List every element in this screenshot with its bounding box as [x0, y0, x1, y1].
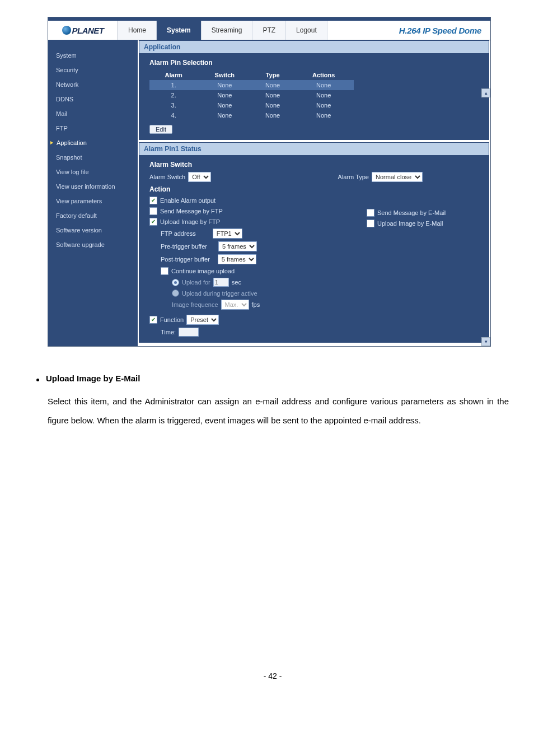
ftp-address-select[interactable]: FTP1 [213, 228, 242, 239]
sidebar-item-view-user-info[interactable]: View user information [48, 179, 138, 194]
upload-for-unit: sec [232, 279, 241, 286]
enable-alarm-output-checkbox[interactable]: ✔ [149, 197, 157, 204]
upload-for-input[interactable] [213, 278, 229, 287]
nav-tabs: Home System Streaming PTZ Logout [118, 21, 327, 40]
sidebar-item-software-upgrade[interactable]: Software upgrade [48, 237, 138, 252]
enable-alarm-output-label: Enable Alarm output [160, 197, 216, 204]
upload-for-radio[interactable] [172, 279, 179, 286]
col-alarm: Alarm [149, 70, 198, 80]
content-area: Application Alarm Pin Selection Alarm Sw… [138, 40, 490, 346]
tab-logout[interactable]: Logout [286, 21, 327, 40]
panel-application: Application Alarm Pin Selection Alarm Sw… [139, 40, 489, 140]
send-message-ftp-label: Send Message by FTP [160, 208, 223, 214]
logo-text: PLANET [72, 26, 104, 35]
upload-image-ftp-label: Upload Image by FTP [160, 218, 220, 225]
col-type: Type [251, 70, 294, 80]
upload-image-email-label: Upload Image by E-Mail [377, 220, 443, 227]
post-trigger-label: Post-trigger buffer [161, 256, 210, 263]
sidebar-item-ftp[interactable]: FTP [48, 121, 138, 136]
time-label: Time: [161, 329, 176, 335]
tab-ptz[interactable]: PTZ [252, 21, 286, 40]
image-frequence-label: Image frequence [172, 301, 218, 308]
time-input[interactable] [179, 328, 199, 337]
pre-trigger-label: Pre-trigger buffer [161, 243, 207, 250]
sidebar-item-snapshot[interactable]: Snapshot [48, 150, 138, 165]
post-trigger-select[interactable]: 5 frames [218, 254, 256, 264]
ftp-address-label: FTP address [161, 230, 196, 237]
pre-trigger-select[interactable]: 5 frames [218, 241, 257, 251]
sidebar-item-view-log[interactable]: View log file [48, 165, 138, 179]
upload-during-active-radio[interactable] [172, 290, 179, 297]
sidebar-item-factory-default[interactable]: Factory default [48, 208, 138, 223]
send-message-ftp-checkbox[interactable] [149, 207, 157, 215]
table-row[interactable]: 3.NoneNoneNone [149, 100, 354, 110]
alarm-type-label: Alarm Type [338, 174, 369, 180]
current-arrow-icon [50, 141, 53, 144]
table-row[interactable]: 1.NoneNoneNone [149, 80, 354, 90]
planet-icon [62, 26, 71, 35]
image-frequence-select[interactable]: Max. [221, 300, 249, 310]
continue-image-upload-checkbox[interactable] [161, 267, 168, 275]
panel-alarm-status: Alarm Pin1 Status Alarm Switch Alarm Swi… [139, 142, 489, 343]
document-text: Upload Image by E-Mail Select this item,… [36, 369, 509, 431]
bullet-heading: Upload Image by E-Mail [46, 369, 140, 389]
sidebar-item-security[interactable]: Security [48, 63, 138, 77]
tab-system[interactable]: System [157, 21, 202, 40]
brand-slogan: H.264 IP Speed Dome [327, 21, 490, 40]
page-number: - 42 - [36, 671, 509, 680]
function-checkbox[interactable]: ✔ [149, 316, 157, 324]
send-message-email-checkbox[interactable] [367, 209, 374, 217]
sidebar-item-mail[interactable]: Mail [48, 106, 138, 121]
sidebar-item-application[interactable]: Application [48, 136, 138, 150]
upload-during-active-label: Upload during trigger active [182, 290, 257, 297]
upload-for-label: Upload for [182, 279, 210, 286]
bullet-icon [36, 379, 39, 381]
panel-alarm-status-title: Alarm Pin1 Status [139, 143, 489, 155]
scroll-down-icon[interactable]: ▾ [481, 337, 490, 346]
sidebar-item-software-version[interactable]: Software version [48, 223, 138, 237]
action-heading: Action [149, 185, 479, 193]
app-window: PLANET Home System Streaming PTZ Logout … [48, 17, 491, 347]
col-actions: Actions [294, 70, 354, 80]
alarm-pin-selection-heading: Alarm Pin Selection [149, 59, 479, 67]
sidebar-item-ddns[interactable]: DDNS [48, 92, 138, 106]
panel-application-title: Application [139, 41, 489, 53]
function-select[interactable]: Preset [186, 315, 219, 325]
sidebar: System Security Network DDNS Mail FTP Ap… [48, 40, 138, 346]
scroll-up-icon[interactable]: ▴ [481, 88, 490, 97]
col-switch: Switch [198, 70, 251, 80]
image-frequence-unit: fps [252, 301, 260, 308]
alarm-table: Alarm Switch Type Actions 1.NoneNoneNone… [149, 70, 354, 120]
tab-streaming[interactable]: Streaming [202, 21, 253, 40]
edit-button[interactable]: Edit [149, 125, 172, 134]
alarm-switch-heading: Alarm Switch [149, 161, 479, 169]
function-label: Function [160, 316, 184, 323]
alarm-switch-select[interactable]: Off [188, 172, 211, 182]
alarm-switch-label: Alarm Switch [149, 174, 185, 180]
sidebar-item-network[interactable]: Network [48, 77, 138, 92]
tab-home[interactable]: Home [118, 21, 157, 40]
alarm-type-select[interactable]: Normal close [372, 172, 423, 182]
paragraph: Select this item, and the Administrator … [36, 392, 509, 431]
logo: PLANET [48, 21, 118, 40]
table-row[interactable]: 4.NoneNoneNone [149, 110, 354, 120]
sidebar-item-view-parameters[interactable]: View parameters [48, 194, 138, 208]
header: PLANET Home System Streaming PTZ Logout … [48, 21, 490, 40]
sidebar-item-system[interactable]: System [48, 48, 138, 63]
upload-image-email-checkbox[interactable] [367, 220, 374, 227]
table-row[interactable]: 2.NoneNoneNone [149, 90, 354, 100]
continue-image-upload-label: Continue image upload [171, 268, 235, 274]
send-message-email-label: Send Message by E-Mail [377, 209, 446, 216]
upload-image-ftp-checkbox[interactable]: ✔ [149, 218, 157, 226]
